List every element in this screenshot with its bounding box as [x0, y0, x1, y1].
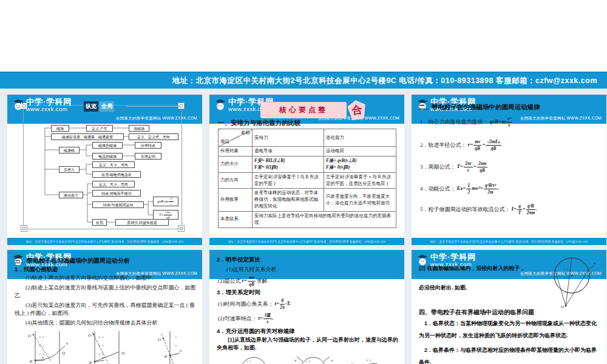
para: (2)轨迹上某点的速度方向垂线与该圆上弦的中垂线的交点即圆心，如图乙. — [15, 284, 196, 300]
sub-heading: 1．找圆心画轨迹 — [15, 266, 58, 274]
para: 1．临界状态：当某种物理现象变化为另一种物理现象或从一种状态变化为另一种状态时，… — [419, 318, 600, 342]
row-label: 力的方向 — [219, 172, 253, 189]
cell: F安= BIL(I⊥B) F安= 0(I∥B) — [253, 156, 324, 172]
para: (1)运用几何关系分析. — [218, 266, 278, 274]
flow-node: 分布特点 — [135, 142, 161, 149]
zxxk-logo-icon — [416, 253, 429, 266]
logo-url: www.zxxk.com — [26, 106, 72, 112]
formula-line: 4．动能公式：Eₖ=12mv²=q²B²r²2m. — [420, 183, 499, 194]
table-corner-cell: 名称 项目 — [219, 129, 253, 147]
flow-node: 定义,产生 — [86, 125, 113, 132]
badge-dark-label: 纵览 — [84, 101, 98, 112]
svg-text:P: P — [164, 354, 168, 359]
corner-top-label: 名称 — [241, 130, 250, 136]
svg-text:v: v — [594, 261, 596, 266]
sub-heading: 2．明半径定算法 — [217, 256, 260, 264]
zxxk-logo-icon — [214, 98, 226, 111]
flow-node: 定义、定义式、方向 — [129, 133, 178, 140]
svg-text:v: v — [294, 358, 297, 363]
svg-text:× ×: × × — [366, 358, 371, 362]
flow-node: 电流的磁场 — [92, 153, 123, 160]
figure-boundary-a: × ×× ×× × O P v Qv — [24, 330, 82, 364]
svg-text:v: v — [351, 362, 354, 364]
page: 地址：北京市海淀区中关村南大街2号北京科技会展中心2号楼9C 电话/传真：010… — [0, 0, 607, 364]
slide-deck: 中学·学科网 www.zxxk.com 纵览 全局 全国最大的教学资源网站 WW… — [0, 89, 607, 364]
zxxk-logo: 中学·学科网 www.zxxk.com — [416, 253, 476, 268]
cell: 左手定则 (F安垂直于 I 与 B 所决定的平面 ) — [253, 172, 324, 189]
svg-text:v: v — [66, 341, 69, 346]
band-tagline: 全国最大的教学资源网站 WWW.ZXXK.COM — [116, 116, 197, 121]
row-label: 力的大小 — [219, 156, 253, 172]
formula-line: (2)匀速率特点：t=l弧v. — [218, 313, 274, 324]
slide-footer: 地址：北京市海淀区中关村南大街2号北京科技会展中心2号楼9C 电话/传真：010… — [412, 238, 606, 245]
sub-heading: 3．理关系定时间 — [217, 289, 260, 297]
badge-light-label: 全局 — [100, 101, 114, 112]
comparison-table: 名称 项目 安培力 洛伦兹力 作用对象 通电导体 运动电荷 力的大小 F安= B… — [218, 129, 396, 228]
core-points-badge: 核心要点整 — [260, 102, 347, 118]
flow-node: 应用:磁电式电流表 — [92, 171, 141, 178]
svg-text:×: × — [175, 335, 177, 339]
svg-text:Q: Q — [62, 351, 65, 356]
section-heading: 二、带电粒子在匀强磁场中的圆周运动规律 — [419, 103, 540, 112]
flow-node: 定义、大小、方向 — [92, 181, 135, 187]
para: (3)若只知某点的速度方向，可先作其垂线，再根据题意确定某一点 ( 垂线上 ) … — [15, 302, 196, 317]
cell: 通电导体 — [253, 147, 324, 157]
svg-text:× ×: × × — [98, 343, 104, 348]
svg-text:×: × — [175, 343, 177, 348]
logo-title: 中学·学科网 — [26, 98, 72, 106]
para: (1)从直线边界射入匀强磁场的粒子，从同一边界射出时，速度与边界的夹角相等，如图… — [217, 336, 398, 352]
slide-knowledge-map[interactable]: 中学·学科网 www.zxxk.com 纵览 全局 全国最大的教学资源网站 WW… — [7, 95, 202, 245]
slide-header-band — [209, 250, 404, 279]
formula-line: 1．向心力由洛伦兹力提供：qvB=mv²r — [420, 116, 513, 127]
badge-rule-line — [126, 106, 180, 107]
slide-motion-analysis[interactable]: 中学·学科网 www.zxxk.com 全国最大的教学资源网站 WWW.ZXXK… — [7, 250, 202, 364]
flow-node: 应用 — [92, 219, 107, 226]
flow-node: 特点:对电荷不做功 — [92, 190, 141, 197]
svg-text:× ×: × × — [305, 359, 311, 363]
svg-text:P: P — [89, 360, 92, 364]
cell: 左手定则 (F洛垂直于 v 与 B 所决定的平面，且需区分正负电荷 ) — [324, 172, 396, 189]
flow-node: 磁场 — [51, 125, 69, 132]
band-tagline: 全国最大的教学资源网站 WWW.ZXXK.COM — [520, 116, 602, 121]
formula-line: (2)据公式 r=mvqB求解. — [218, 275, 268, 286]
slide-comparison-table[interactable]: 中学·学科网 www.zxxk.com 核心要点整 合 全国最大的教学资源网站 … — [209, 95, 404, 245]
formula-line: 3．周期公式：T=2πrv=2πmqB — [420, 161, 488, 172]
svg-text:O: O — [158, 337, 161, 342]
figure-boundary-c: ××× O P v — [143, 330, 201, 364]
row-label: 作用效果 — [219, 189, 253, 212]
svg-text:× ×: × × — [563, 267, 569, 271]
cell: F洛= qvB(v⊥B) F洛= 0(v∥B) — [324, 156, 396, 172]
slide-critical-problems[interactable]: 中学·学科网 www.zxxk.com 全国最大的教学资源网站 WWW.ZXXK… — [412, 250, 606, 364]
logo-url: www.zxxk.com — [430, 261, 476, 268]
flow-node: 安培定则 — [135, 153, 161, 160]
figure-boundary-b: × ×× ×× × O P v Q — [84, 330, 141, 364]
table-row: 作用效果 改变导体棒的运动状态，对导体棒做功，实现电能和其他形式能的相互转化 只… — [219, 189, 396, 212]
svg-text:P: P — [29, 359, 33, 364]
svg-text:× ×: × × — [39, 335, 44, 339]
slide-radius-time-methods[interactable]: 2．明半径定算法 (1)运用几何关系分析. (2)据公式 r=mvqB求解. 3… — [209, 250, 404, 364]
contact-bar: 地址：北京市海淀区中关村南大街2号北京科技会展中心2号楼9C 电话/传真：010… — [0, 72, 607, 89]
slide-footer: 地址：北京市海淀区中关村南大街2号北京科技会展中心2号楼9C 电话/传真：010… — [209, 238, 404, 245]
cell: 改变导体棒的运动状态，对导体棒做功，实现电能和其他形式能的相互转化 — [253, 189, 324, 212]
slide-circular-motion-rules[interactable]: 中学·学科网 www.zxxk.com 全国最大的教学资源网站 WWW.ZXXK… — [412, 95, 606, 245]
contact-text: 地址：北京市海淀区中关村南大街2号北京科技会展中心2号楼9C 电话/传真：010… — [172, 76, 598, 85]
flow-node: 地磁场 — [129, 125, 149, 132]
overview-badge: 纵览 全局 — [84, 101, 114, 112]
row-label: 作用对象 — [219, 147, 253, 157]
flow-node: 安培力 — [59, 166, 80, 173]
flow-node: 洛伦兹力 — [59, 192, 83, 198]
svg-text:O: O — [561, 305, 564, 309]
cell: 安培力实际上是在导线中定向移动的电荷所受到的洛伦兹力的宏观表现 — [253, 212, 396, 228]
flow-node: 定义、大小、方向 — [92, 161, 135, 168]
cell: 只改变速度方向，不改变速度大小；洛伦兹力永远不对电荷做功 — [324, 189, 396, 212]
section-heading: 四、带电粒子在有界磁场中运动的临界问题 — [419, 308, 534, 317]
zxxk-logo: 中学·学科网 www.zxxk.com — [12, 98, 72, 113]
para: (4)其他情况：据圆的几何知识结合物理规律去具体分析. — [15, 319, 196, 327]
table-row: 作用对象 通电导体 运动电荷 — [219, 147, 396, 157]
row-label: 本质联系 — [219, 212, 253, 228]
logo-title: 中学·学科网 — [430, 253, 476, 261]
corner-bottom-label: 项目 — [220, 139, 229, 146]
svg-text:× ×: × × — [246, 359, 251, 363]
table-row: 力的方向 左手定则 (F安垂直于 I 与 B 所决定的平面 ) 左手定则 (F洛… — [219, 172, 396, 189]
svg-text:O: O — [28, 334, 31, 339]
